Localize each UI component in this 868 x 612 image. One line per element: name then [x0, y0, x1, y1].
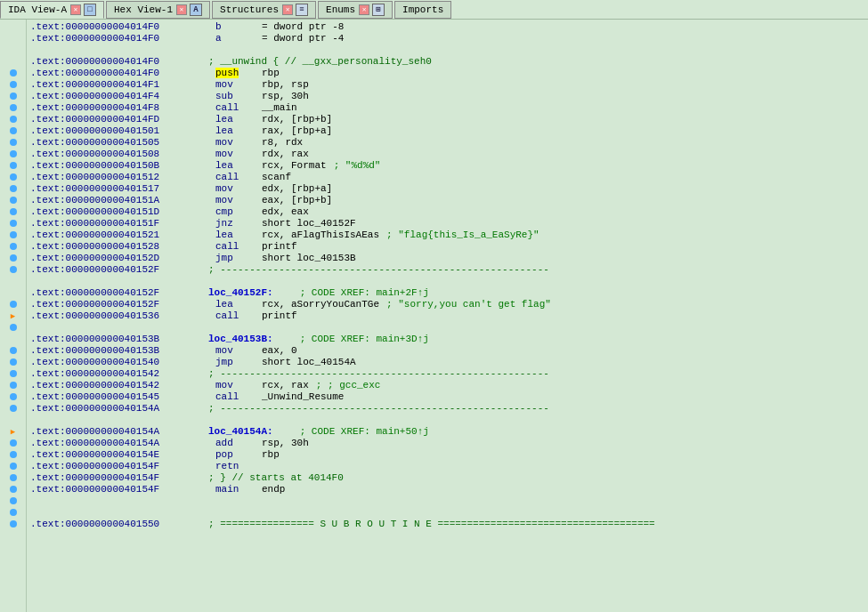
tab-icon-ida: □	[84, 4, 96, 16]
mnemonic: cmp	[208, 206, 262, 218]
tab-icon-struct: ≡	[296, 4, 308, 16]
mnemonic: jmp	[208, 253, 262, 264]
breakpoint-dot[interactable]	[10, 393, 17, 400]
gutter-row	[0, 56, 26, 68]
gutter-row	[0, 33, 26, 44]
addr-label: .text:000000000040151A	[30, 195, 208, 206]
gutter-row	[0, 44, 26, 56]
breakpoint-dot[interactable]	[10, 301, 17, 308]
gutter-row	[0, 461, 26, 472]
code-line: .text:000000000040154Epoprbp	[27, 449, 868, 461]
gutter-row	[0, 183, 26, 195]
addr-label: .text:00000000004014F0	[30, 68, 208, 79]
breakpoint-dot[interactable]	[10, 173, 17, 181]
breakpoint-dot[interactable]	[10, 358, 17, 366]
breakpoint-dot[interactable]	[10, 324, 17, 331]
addr-label: .text:000000000040151F	[30, 218, 208, 230]
breakpoint-dot[interactable]	[10, 370, 17, 377]
operand: edx, eax	[262, 206, 309, 218]
operand: edx, [rbp+a]	[262, 183, 332, 195]
code-line: .text:0000000000401536callprintf	[27, 310, 868, 322]
addr-label: .text:000000000040154F	[30, 461, 208, 472]
breakpoint-dot[interactable]	[10, 150, 17, 157]
breakpoint-dot[interactable]	[10, 509, 17, 516]
operand: = dword ptr -4	[262, 33, 344, 44]
operand: rcx, aSorryYouCanTGe	[262, 299, 379, 310]
mnemonic: lea	[208, 299, 262, 310]
tab-close-struct[interactable]: ✕	[282, 4, 293, 15]
breakpoint-dot[interactable]	[10, 185, 17, 192]
breakpoint-dot[interactable]	[10, 116, 17, 123]
operand: scanf	[262, 172, 291, 183]
breakpoint-dot[interactable]	[10, 81, 17, 88]
breakpoint-dot[interactable]	[10, 220, 17, 227]
tab-close-ida[interactable]: ✕	[70, 4, 81, 15]
code-line: .text:000000000040154Aaddrsp, 30h	[27, 438, 868, 449]
mnemonic: lea	[208, 125, 262, 137]
addr-label: .text:0000000000401501	[30, 125, 208, 137]
breakpoint-dot[interactable]	[10, 405, 17, 412]
breakpoint-dot[interactable]	[10, 197, 17, 204]
breakpoint-dot[interactable]	[10, 463, 17, 470]
mnemonic: call	[208, 241, 262, 253]
tab-structures[interactable]: Structures ✕ ≡	[212, 1, 316, 19]
addr-label: .text:000000000040153B	[30, 334, 208, 345]
gutter-row	[0, 79, 26, 91]
code-area[interactable]: .text:00000000004014F0b= dword ptr -8.te…	[27, 20, 868, 612]
tab-imports[interactable]: Imports	[394, 1, 451, 19]
breakpoint-dot[interactable]	[10, 382, 17, 389]
breakpoint-dot[interactable]	[10, 520, 17, 527]
mnemonic: mov	[208, 195, 262, 206]
separator-line: ; --------------------------------------…	[208, 368, 549, 380]
breakpoint-dot[interactable]	[10, 208, 17, 215]
breakpoint-dot[interactable]	[10, 254, 17, 262]
breakpoint-dot[interactable]	[10, 266, 17, 273]
gutter-row	[0, 472, 26, 484]
breakpoint-dot[interactable]	[10, 451, 17, 458]
gutter-row	[0, 449, 26, 461]
tab-close-enums[interactable]: ✕	[359, 4, 369, 15]
operand: short loc_40154A	[262, 357, 356, 368]
mnemonic: pop	[208, 449, 262, 461]
inline-comment: ; "%d%d"	[334, 160, 381, 172]
addr-label: .text:000000000040153B	[30, 345, 208, 357]
operand: rdx, rax	[262, 149, 309, 160]
gutter-row	[0, 345, 26, 357]
addr-label: .text:000000000040154A	[30, 438, 208, 449]
tab-hex-view-1[interactable]: Hex View-1 ✕ A	[106, 1, 210, 19]
gutter-row	[0, 149, 26, 160]
tab-enums[interactable]: Enums ✕ ⊞	[318, 1, 393, 19]
mnemonic: push	[208, 68, 262, 79]
mnemonic: b	[208, 21, 262, 33]
breakpoint-dot[interactable]	[10, 497, 17, 504]
breakpoint-dot[interactable]	[10, 231, 17, 238]
breakpoint-dot[interactable]	[10, 347, 17, 354]
addr-label: .text:00000000004014FD	[30, 114, 208, 125]
breakpoint-dot[interactable]	[10, 69, 17, 76]
code-line: .text:0000000000401528callprintf	[27, 241, 868, 253]
breakpoint-dot[interactable]	[10, 127, 17, 134]
operand: rsp, 30h	[262, 438, 309, 449]
breakpoint-dot[interactable]	[10, 486, 17, 493]
tab-close-hex[interactable]: ✕	[176, 4, 187, 15]
gutter-row	[0, 357, 26, 368]
breakpoint-dot[interactable]	[10, 162, 17, 169]
breakpoint-dot[interactable]	[10, 139, 17, 146]
gutter-row	[0, 230, 26, 241]
code-line: .text:0000000000401521learcx, aFlagThisI…	[27, 230, 868, 241]
mnemonic: mov	[208, 137, 262, 149]
breakpoint-dot[interactable]	[10, 243, 17, 250]
gutter-row	[0, 322, 26, 334]
mnemonic: call	[208, 391, 262, 403]
gutter-row	[0, 519, 26, 530]
breakpoint-dot[interactable]	[10, 439, 17, 447]
breakpoint-dot[interactable]	[10, 104, 17, 111]
tab-ida-view-a[interactable]: IDA View-A ✕ □	[0, 1, 104, 19]
breakpoint-dot[interactable]	[10, 93, 17, 100]
addr-label: .text:00000000004014F0	[30, 21, 208, 33]
breakpoint-dot[interactable]	[10, 474, 17, 481]
addr-label: .text:0000000000401512	[30, 172, 208, 183]
code-line: .text:0000000000401501learax, [rbp+a]	[27, 125, 868, 137]
gutter-row	[0, 507, 26, 519]
addr-label: .text:0000000000401542	[30, 380, 208, 391]
